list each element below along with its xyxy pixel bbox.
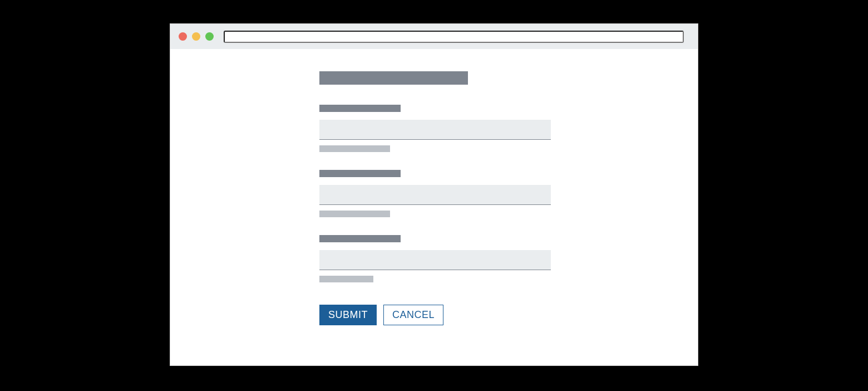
minimize-window-icon[interactable]	[192, 32, 200, 41]
field-label-3	[319, 235, 401, 242]
traffic-lights	[179, 32, 214, 41]
field-label-2	[319, 170, 401, 177]
address-bar[interactable]	[224, 31, 684, 43]
browser-chrome	[170, 24, 698, 49]
field-label-1	[319, 105, 401, 112]
cancel-button[interactable]: CANCEL	[383, 305, 443, 325]
text-input-2[interactable]	[319, 185, 551, 205]
field-help-1	[319, 145, 390, 152]
text-input-3[interactable]	[319, 250, 551, 270]
browser-window: SUBMIT CANCEL	[170, 23, 698, 366]
field-help-2	[319, 211, 390, 217]
maximize-window-icon[interactable]	[205, 32, 214, 41]
button-row: SUBMIT CANCEL	[319, 305, 698, 325]
submit-button[interactable]: SUBMIT	[319, 305, 377, 325]
page-title	[319, 71, 468, 85]
page-content: SUBMIT CANCEL	[170, 49, 698, 365]
close-window-icon[interactable]	[179, 32, 187, 41]
text-input-1[interactable]	[319, 120, 551, 140]
form-field-2	[319, 170, 698, 217]
form-field-1	[319, 105, 698, 152]
form-field-3	[319, 235, 698, 282]
field-help-3	[319, 276, 373, 282]
